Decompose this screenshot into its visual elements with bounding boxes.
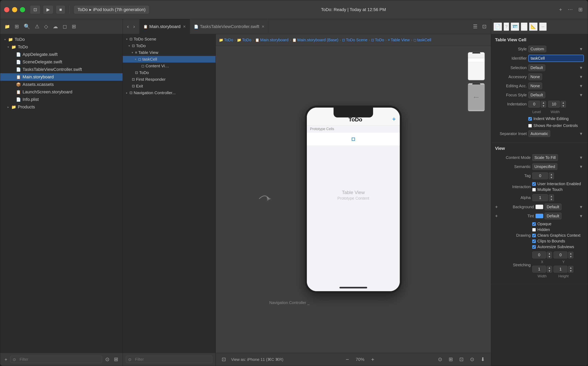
user-interaction-checkbox[interactable]: User Interaction Enabled [532, 182, 581, 186]
breadcrumb-todo[interactable]: 📁 ToDo [219, 38, 233, 42]
run-button[interactable]: ▶ [43, 6, 53, 14]
folder-icon-btn[interactable]: 📁 [3, 23, 11, 30]
sx-down[interactable]: ▼ [547, 255, 552, 258]
user-interaction-input[interactable] [532, 182, 536, 186]
multiple-touch-input[interactable] [532, 188, 536, 191]
tab-main-storyboard[interactable]: 📋 Main.storyboard ✕ [139, 19, 190, 34]
scene-item-todo-vc[interactable]: ▾ ⊡ ToDo [123, 42, 215, 49]
maximize-button[interactable] [20, 7, 25, 12]
indent-while-editing-checkbox[interactable]: Indent While Editing [528, 116, 569, 121]
level-input[interactable]: 0 [528, 101, 540, 107]
scene-item-content-view[interactable]: ◻ Content Vi… [123, 63, 215, 69]
accessory-select[interactable]: None [528, 73, 542, 80]
tab-tasks-vc[interactable]: 📄 TasksTableViewController.swift ✕ [190, 19, 269, 34]
clips-to-bounds-checkbox[interactable]: Clips to Bounds [532, 239, 580, 244]
sidebar-item-main-storyboard[interactable]: 📋 Main.storyboard [0, 73, 123, 81]
autoresize-input[interactable] [532, 245, 536, 249]
zoom-in-button[interactable]: + [370, 355, 375, 364]
scene-item-todo-scene[interactable]: ▾ ⊡ ToDo Scene [123, 36, 215, 42]
scene-item-nav-controller[interactable]: ▸ ⊡ Navigation Controller... [123, 89, 215, 96]
sidebar-item-scenedelegate[interactable]: 📄 SceneDelegate.swift [0, 58, 123, 66]
clips-to-bounds-input[interactable] [532, 239, 536, 243]
scene-item-exit[interactable]: ⊡ Exit [123, 83, 215, 89]
sidebar-item-tasks-vc[interactable]: 📄 TasksTableViewController.swift [0, 66, 123, 73]
size-inspector-button[interactable]: 📐 [529, 23, 538, 31]
close-tab-icon-2[interactable]: ✕ [262, 24, 264, 29]
clears-graphics-checkbox[interactable]: Clears Graphics Context [532, 233, 580, 238]
breadcrumb-todo2[interactable]: 📁 ToDo [237, 38, 251, 42]
scheme-selector[interactable]: ToDo ▸ iPod touch (7th generation) [74, 6, 149, 14]
sidebar-item-launchscreen[interactable]: 📋 LaunchScreen.storyboard [0, 88, 123, 96]
quick-help-button[interactable]: ? [504, 23, 509, 31]
level-up-button[interactable]: ▲ [541, 101, 546, 104]
nav-icon-btn[interactable]: ⊞ [13, 22, 20, 31]
breadcrumb-table-view[interactable]: ≡ Table View [388, 38, 410, 42]
tint-add-icon[interactable]: + [495, 213, 498, 219]
breadcrumb-main-storyboard-base[interactable]: 📋 Main.storyboard (Base) [292, 38, 339, 42]
warning-icon-btn[interactable]: ⚠ [34, 22, 40, 31]
split-editor-button[interactable]: ⊡ [481, 22, 488, 31]
alpha-input[interactable]: 1 [532, 194, 548, 201]
attributes-inspector-button[interactable]: ⊡ [521, 23, 527, 31]
prototype-cell-row[interactable] [307, 133, 400, 146]
sw-up[interactable]: ▲ [547, 266, 552, 269]
add-button[interactable]: + [558, 5, 563, 14]
opaque-checkbox[interactable]: Opaque [532, 222, 580, 226]
sidebar-toggle-button[interactable]: ⊡ [30, 6, 40, 14]
sidebar-item-info-plist[interactable]: 📄 Info.plist [0, 96, 123, 103]
stretching-h-input[interactable]: 1 [554, 266, 567, 273]
view-switcher-button[interactable]: ⊞ [577, 5, 584, 14]
sidebar-item-todo-inner[interactable]: ▾ 📁 ToDo [0, 43, 123, 51]
breadcrumb-main-storyboard[interactable]: 📋 Main.storyboard [255, 38, 288, 42]
scene-item-task-cell[interactable]: ▾ ◻ taskCell [123, 56, 215, 63]
file-inspector-button[interactable]: 📄 [493, 23, 502, 31]
focus-style-select[interactable]: Default [528, 92, 545, 98]
scene-item-todo-label[interactable]: ⊡ ToDo [123, 69, 215, 76]
tint-select[interactable]: Default [545, 213, 562, 219]
level-down-button[interactable]: ▼ [541, 104, 546, 107]
canvas-content[interactable]: ⟵ [216, 46, 491, 353]
canvas-download-button[interactable]: ⬇ [479, 355, 486, 364]
close-button[interactable] [4, 7, 9, 12]
stretching-x-input[interactable]: 0 [532, 252, 546, 259]
breakpoint-button[interactable]: ⋯ [566, 5, 574, 14]
sidebar-item-assets[interactable]: 📦 Assets.xcassets [0, 81, 123, 88]
sy-down[interactable]: ▼ [568, 255, 573, 258]
width-up-button[interactable]: ▲ [561, 101, 566, 104]
navigator-settings-button[interactable]: ⊙ [104, 355, 111, 364]
editor-options-button[interactable]: ☰ [472, 22, 479, 31]
breadcrumb-task-cell[interactable]: ◻ taskCell [413, 38, 431, 42]
style-select[interactable]: Custom [528, 46, 546, 52]
autoresize-checkbox[interactable]: Autoresize Subviews [532, 244, 580, 249]
background-color-swatch[interactable] [535, 205, 543, 209]
stop-button[interactable]: ■ [56, 6, 65, 14]
identifier-input[interactable]: taskCell [528, 55, 584, 62]
tag-up-button[interactable]: ▲ [549, 173, 554, 176]
shows-reorder-checkbox[interactable]: Shows Re-order Controls [528, 123, 578, 128]
shows-reorder-input[interactable] [528, 124, 532, 128]
connections-inspector-button[interactable]: ↔ [539, 23, 547, 31]
background-add-icon[interactable]: + [495, 204, 498, 210]
width-input[interactable]: 10 [548, 101, 560, 107]
close-tab-icon[interactable]: ✕ [183, 24, 186, 29]
breadcrumb-todo-vc[interactable]: ⊡ ToDo [371, 38, 384, 42]
sh-down[interactable]: ▼ [568, 269, 573, 272]
hidden-checkbox[interactable]: Hidden [532, 227, 580, 232]
editing-acc-select[interactable]: None [528, 83, 542, 89]
zoom-out-button[interactable]: − [345, 355, 350, 364]
navigator-filter-input[interactable] [17, 356, 100, 363]
scene-item-table-view[interactable]: ▾ ≡ Table View [123, 49, 215, 56]
tag-input[interactable]: 0 [532, 172, 548, 179]
back-button[interactable]: ‹ [126, 22, 130, 31]
selection-select[interactable]: Default [528, 64, 545, 71]
minimize-button[interactable] [12, 7, 17, 12]
clears-graphics-input[interactable] [532, 234, 536, 237]
canvas-more-button[interactable]: ⊙ [469, 355, 476, 364]
diamond-icon-btn[interactable]: ◇ [43, 22, 49, 31]
stretching-y-input[interactable]: 0 [554, 252, 567, 259]
identity-inspector-button[interactable]: 🪪 [511, 23, 519, 31]
breadcrumb-todo-scene[interactable]: ⊡ ToDo Scene [342, 38, 367, 42]
canvas-arrange-button[interactable]: ⊞ [447, 355, 454, 364]
tint-color-swatch[interactable] [535, 214, 543, 218]
canvas-fit-button[interactable]: ⊙ [437, 355, 444, 364]
